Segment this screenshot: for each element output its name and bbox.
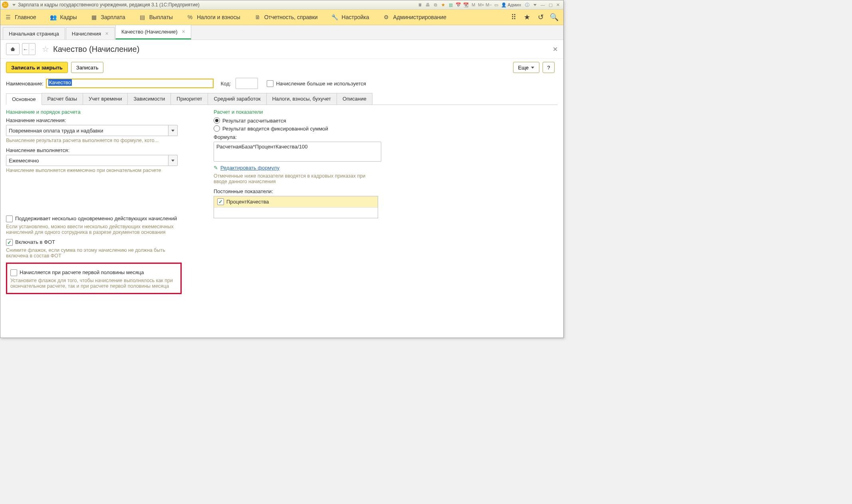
info-dropdown-icon[interactable] <box>533 4 537 6</box>
mplus-icon[interactable]: M+ <box>478 2 484 8</box>
subtab-osnovnoe[interactable]: Основное <box>6 93 42 105</box>
print-icon[interactable]: 🖶 <box>424 2 431 8</box>
m-icon[interactable]: M <box>470 2 477 8</box>
tab-close-icon[interactable]: ✕ <box>182 29 185 34</box>
menu-admin-label: Администрирование <box>393 14 447 20</box>
tab-home[interactable]: Начальная страница <box>3 27 65 40</box>
titlebar-dropdown-icon[interactable] <box>12 4 16 6</box>
home-icon <box>10 46 16 52</box>
search-icon[interactable]: 🔍 <box>549 12 559 22</box>
purpose-dropdown-button[interactable] <box>168 125 178 136</box>
info-icon[interactable]: ⓘ <box>524 2 531 8</box>
star-titlebar-icon[interactable]: ★ <box>440 2 446 8</box>
command-bar: Записать и закрыть Записать Еще ? <box>0 59 563 76</box>
close-window-icon[interactable]: ✕ <box>555 2 561 8</box>
book-icon[interactable]: ▥ <box>447 2 454 8</box>
user-icon[interactable]: 👤 <box>500 2 507 8</box>
tab-home-label: Начальная страница <box>9 31 59 37</box>
multi-checkbox[interactable]: Поддерживает несколько одновременно дейс… <box>6 215 210 222</box>
subtab-opisanie[interactable]: Описание <box>337 93 373 105</box>
main-menu: ☰ Главное 👥 Кадры ▦ Зарплата ▤ Выплаты %… <box>0 10 563 25</box>
formula-textarea[interactable]: РасчетнаяБаза*ПроцентКачества/100 <box>214 142 381 162</box>
purpose-hint: Вычисление результата расчета выполняетс… <box>6 138 182 143</box>
edit-formula-link-text[interactable]: Редактировать формулу <box>220 165 279 171</box>
menu-zarplata[interactable]: ▦ Зарплата <box>90 14 125 21</box>
tab-kachestvo[interactable]: Качество (Начисление) ✕ <box>115 25 191 40</box>
mminus-icon[interactable]: M− <box>485 2 492 8</box>
nav-back-button[interactable]: ← <box>22 44 29 54</box>
multi-label: Поддерживает несколько одновременно дейс… <box>15 215 177 221</box>
window-tabs: Начальная страница Начисления ✕ Качество… <box>0 25 563 40</box>
nav-forward-button[interactable]: → <box>29 44 36 54</box>
code-input[interactable] <box>236 78 258 89</box>
calc-icon[interactable]: 🖩 <box>417 2 424 8</box>
compare-icon[interactable]: ⧉ <box>432 2 439 8</box>
menu-admin[interactable]: ⚙ Администрирование <box>383 14 447 21</box>
menu-vyplaty-label: Выплаты <box>149 14 173 20</box>
panel-icon[interactable]: ▭ <box>493 2 499 8</box>
more-button[interactable]: Еще <box>513 62 539 73</box>
radio-result-calc[interactable]: Результат рассчитывается <box>214 117 385 124</box>
purpose-combo[interactable]: Повременная оплата труда и надбавки <box>6 125 178 136</box>
checkbox-checked-icon <box>217 198 224 205</box>
subtab-uchet-vremeni[interactable]: Учет времени <box>83 93 128 105</box>
subtab-sredniy[interactable]: Средний заработок <box>208 93 266 105</box>
exec-label: Начисление выполняется: <box>6 147 210 153</box>
menu-zarplata-label: Зарплата <box>101 14 125 20</box>
radio-calc-label: Результат рассчитывается <box>222 118 286 124</box>
section-purpose-title: Назначение и порядок расчета <box>6 109 210 115</box>
menu-main[interactable]: ☰ Главное <box>4 14 36 21</box>
menu-settings[interactable]: 🔧 Настройка <box>331 14 369 21</box>
tab-kachestvo-label: Качество (Начисление) <box>121 29 178 35</box>
menu-reports-label: Отчетность, справки <box>264 14 318 20</box>
firsthalf-label: Начисляется при расчете первой половины … <box>20 269 144 275</box>
firsthalf-checkbox[interactable]: Начисляется при расчете первой половины … <box>10 269 177 276</box>
fot-label: Включать в ФОТ <box>15 239 55 245</box>
titlebar: 1c Зарплата и кадры государственного учр… <box>0 0 563 10</box>
menu-nalogi[interactable]: % Налоги и взносы <box>186 14 240 21</box>
exec-combo[interactable]: Ежемесячно <box>6 155 178 166</box>
menu-vyplaty[interactable]: ▤ Выплаты <box>139 14 173 21</box>
edit-formula-link[interactable]: ✎ Редактировать формулу <box>214 165 385 171</box>
apps-grid-icon[interactable]: ⠿ <box>508 12 519 22</box>
purpose-label: Назначение начисления: <box>6 117 210 123</box>
code-label: Код: <box>221 81 231 87</box>
nav-home-button[interactable] <box>6 43 20 55</box>
form-subtabs: Основное Расчет базы Учет времени Зависи… <box>6 93 558 105</box>
user-label[interactable]: Админ <box>507 2 521 7</box>
write-button[interactable]: Записать <box>71 62 104 73</box>
indicator-row[interactable]: ПроцентКачества <box>214 196 378 208</box>
not-used-checkbox[interactable]: Начисление больше не используется <box>267 80 366 87</box>
menu-reports[interactable]: 🗎 Отчетность, справки <box>254 14 318 21</box>
calendar1-icon[interactable]: 📅 <box>455 2 462 8</box>
left-column: Назначение и порядок расчета Назначение … <box>6 109 210 294</box>
subtab-nalogi[interactable]: Налоги, взносы, бухучет <box>266 93 337 105</box>
menu-kadry[interactable]: 👥 Кадры <box>50 14 77 21</box>
minimize-icon[interactable]: — <box>539 2 546 8</box>
checkbox-checked-icon <box>6 239 13 246</box>
name-label: Наименование: <box>6 81 44 87</box>
calendar2-icon[interactable]: 📆 <box>462 2 469 8</box>
checkbox-icon <box>267 80 273 87</box>
subtab-zavisimosti[interactable]: Зависимости <box>127 93 171 105</box>
tab-close-icon[interactable]: ✕ <box>105 31 109 36</box>
history-icon[interactable]: ↺ <box>535 12 546 22</box>
fot-checkbox[interactable]: Включать в ФОТ <box>6 239 210 246</box>
subtab-prioritet[interactable]: Приоритет <box>170 93 208 105</box>
name-input[interactable]: Качество <box>46 79 214 88</box>
help-button[interactable]: ? <box>543 62 555 73</box>
indicators-list: ПроцентКачества <box>214 196 378 218</box>
hamburger-icon: ☰ <box>4 14 12 21</box>
exec-dropdown-button[interactable] <box>168 155 178 166</box>
subtab-raschet-bazy[interactable]: Расчет базы <box>42 93 83 105</box>
close-page-icon[interactable]: ✕ <box>553 45 558 53</box>
tab-nachisleniya[interactable]: Начисления ✕ <box>66 27 115 40</box>
maximize-icon[interactable]: ▢ <box>547 2 554 8</box>
write-close-button[interactable]: Записать и закрыть <box>6 62 68 73</box>
app-title: Зарплата и кадры государственного учрежд… <box>18 2 200 8</box>
favorites-star-icon[interactable]: ★ <box>522 12 532 22</box>
favorite-star-icon[interactable]: ☆ <box>42 44 49 54</box>
name-code-row: Наименование: Качество Код: Начисление б… <box>0 76 563 93</box>
tab-nachisleniya-label: Начисления <box>72 31 101 37</box>
radio-result-fixed[interactable]: Результат вводится фиксированной суммой <box>214 125 385 132</box>
